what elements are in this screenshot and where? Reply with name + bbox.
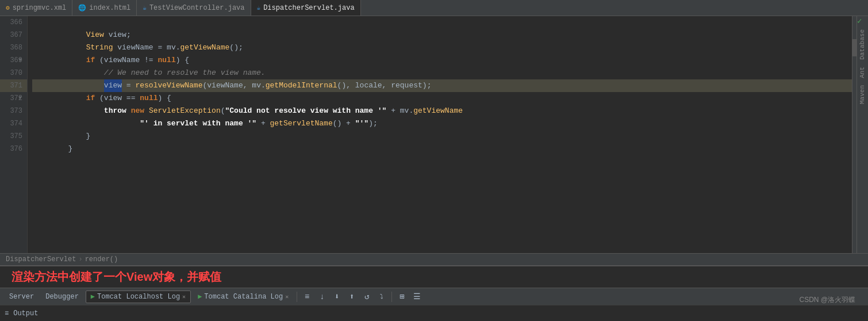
breadcrumb-bar: DispatcherServlet › render() <box>0 253 868 266</box>
line-num-370: 370 <box>0 67 27 79</box>
upload-icon[interactable]: ⬆ <box>345 291 358 303</box>
code-line-374: "' in servlet with name '" + getServletN… <box>32 117 852 130</box>
html-file-icon: 🌐 <box>78 4 86 12</box>
fold-arrow-369[interactable]: ▼ <box>18 57 22 63</box>
play-icon: ▶ <box>91 292 95 301</box>
close-catalina-icon[interactable]: ✕ <box>285 293 289 300</box>
breadcrumb-class: DispatcherServlet <box>6 255 76 263</box>
tomcat-catalina-tab[interactable]: ▶ Tomcat Catalina Log ✕ <box>193 291 293 303</box>
line-num-369: 369 ▼ <box>0 54 27 67</box>
ant-label[interactable]: Ant <box>857 63 868 82</box>
java-file-icon-2: ☕ <box>257 4 261 12</box>
breadcrumb-method: render() <box>85 255 118 263</box>
line-num-366: 366 <box>0 16 27 29</box>
output-label: Output <box>13 309 38 318</box>
xml-file-icon: ⚙ <box>6 4 10 12</box>
code-line-370: // We need to resolve the view name. <box>32 67 852 79</box>
code-line-369: if (viewName != null) { <box>32 54 852 67</box>
line-num-376: 376 <box>0 143 27 155</box>
skip-icon[interactable]: ⤵ <box>375 291 388 303</box>
line-gutter: 366 367 368 369 ▼ 370 371 372 ▼ <box>0 16 28 253</box>
server-label: Server <box>9 293 34 301</box>
annotation-text: 渲染方法中创建了一个View对象，并赋值 <box>11 269 221 285</box>
close-localhost-icon[interactable]: ✕ <box>182 293 186 300</box>
toolbar-sep-1 <box>297 292 297 302</box>
tomcat-localhost-label: Tomcat Localhost Log <box>97 293 180 301</box>
code-line-375: } <box>32 130 852 143</box>
maven-label[interactable]: Maven <box>857 82 868 108</box>
code-line-373: throw new ServletException("Could not re… <box>32 105 852 117</box>
tab-springmvc[interactable]: ⚙ springmvc.xml <box>0 0 72 16</box>
line-num-368: 368 <box>0 41 27 54</box>
fold-arrow-372[interactable]: ▼ <box>18 95 22 101</box>
code-line-376: } <box>32 143 852 155</box>
code-line-371: view = resolveViewName(viewName, mv.getM… <box>32 79 852 92</box>
line-num-367: 367 <box>0 29 27 41</box>
main-window: ⚙ springmvc.xml 🌐 index.html ☕ TestViewC… <box>0 0 868 321</box>
line-num-375: 375 <box>0 130 27 143</box>
line-num-371: 371 <box>0 79 27 92</box>
lines-icon[interactable]: ≡ <box>301 291 313 303</box>
mini-map-thumb <box>852 39 857 56</box>
code-line-368: String viewName = mv.getViewName(); <box>32 41 852 54</box>
debugger-label: Debugger <box>45 293 79 301</box>
watermark: CSDN @洛火羽蝶 <box>799 295 855 305</box>
line-num-374: 374 <box>0 117 27 130</box>
tab-index[interactable]: 🌐 index.html <box>72 0 137 16</box>
output-bar: ≡ Output <box>0 305 868 321</box>
selected-view: view <box>104 79 122 92</box>
tab-testviewcontroller[interactable]: ☕ TestViewController.java <box>137 0 251 16</box>
refresh-icon[interactable]: ↺ <box>360 291 373 303</box>
tomcat-localhost-tab[interactable]: ▶ Tomcat Localhost Log ✕ <box>86 291 191 303</box>
download-icon[interactable]: ⬇ <box>331 291 343 303</box>
debugger-tab[interactable]: Debugger <box>41 291 83 303</box>
code-line-366 <box>32 16 852 29</box>
code-line-367: View view; <box>32 29 852 41</box>
check-icon: ✓ <box>857 16 868 26</box>
line-num-372: 372 ▼ <box>0 92 27 105</box>
mini-map <box>852 16 857 253</box>
play-icon-2: ▶ <box>198 292 202 301</box>
down-arrow-icon[interactable]: ↓ <box>316 291 328 303</box>
tab-bar: ⚙ springmvc.xml 🌐 index.html ☕ TestViewC… <box>0 0 868 16</box>
bottom-toolbar: Server Debugger ▶ Tomcat Localhost Log ✕… <box>0 288 868 305</box>
tab-dispatcherservlet[interactable]: ☕ DispatcherServlet.java <box>251 0 361 16</box>
annotation-bar: 渲染方法中创建了一个View对象，并赋值 <box>0 266 868 288</box>
toolbar-sep-2 <box>391 292 392 302</box>
breadcrumb-separator: › <box>78 255 82 263</box>
right-panel: ✓ Database Ant Maven <box>857 16 868 253</box>
output-icon: ≡ <box>5 309 13 318</box>
grid-icon[interactable]: ⊞ <box>395 291 408 303</box>
tomcat-catalina-label: Tomcat Catalina Log <box>204 293 283 301</box>
code-area: 366 367 368 369 ▼ 370 371 372 ▼ <box>0 16 868 253</box>
database-label[interactable]: Database <box>857 26 868 63</box>
code-content: View view; String viewName = mv.getViewN… <box>28 16 852 253</box>
code-line-372: if (view == null) { <box>32 92 852 105</box>
line-num-373: 373 <box>0 105 27 117</box>
server-tab[interactable]: Server <box>5 291 39 303</box>
java-file-icon-1: ☕ <box>143 4 147 12</box>
list-icon[interactable]: ☰ <box>410 291 423 303</box>
